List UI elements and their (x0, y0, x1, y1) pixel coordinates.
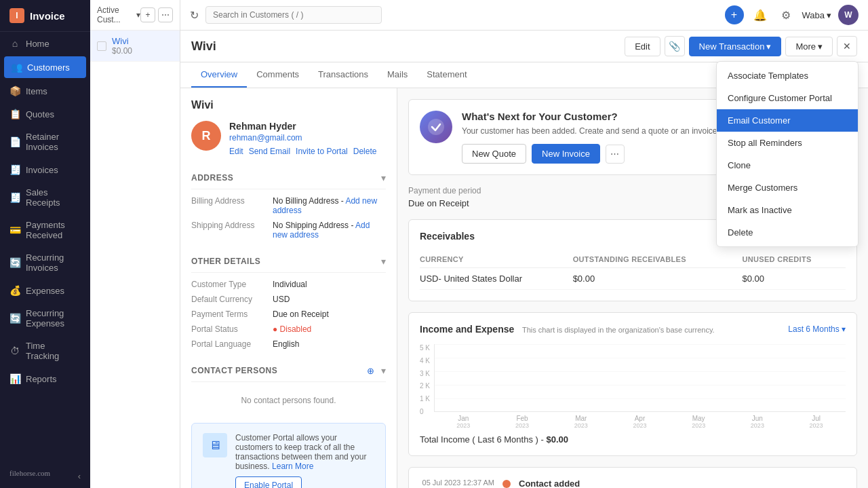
other-details-toggle-icon[interactable]: ▾ (381, 256, 386, 267)
sidebar-item-label: Expenses (26, 286, 64, 296)
timeline-time: 05 Jul 2023 12:37 AM (420, 478, 494, 487)
contact-persons-toggle-icon[interactable]: ▾ (381, 365, 386, 376)
close-button[interactable]: ✕ (837, 36, 857, 56)
new-quote-button[interactable]: New Quote (462, 144, 526, 164)
payment-terms-row: Payment Terms Due on Receipt (191, 309, 386, 319)
page-header-area: Wivi Edit 📎 New Transaction ▾ More ▾ ✕ A… (180, 31, 868, 62)
sidebar-item-retainer-invoices[interactable]: 📄 Retainer Invoices (0, 126, 90, 158)
new-transaction-button[interactable]: New Transaction ▾ (689, 37, 782, 56)
dropdown-item-configure-portal[interactable]: Configure Customer Portal (717, 87, 858, 109)
sidebar-item-recurring-expenses[interactable]: 🔄 Recurring Expenses (0, 302, 90, 335)
send-email-link[interactable]: Send Email (249, 147, 290, 156)
y-label-5k: 5 K (420, 344, 430, 352)
tab-statement[interactable]: Statement (417, 62, 476, 88)
shipping-label: Shipping Address (191, 221, 273, 240)
user-name[interactable]: Waba ▾ (802, 10, 831, 20)
tab-comments[interactable]: Comments (247, 62, 309, 88)
sidebar-item-items[interactable]: 📦 Items (0, 79, 90, 102)
topbar-right: + 🔔 ⚙ Waba ▾ W (725, 5, 859, 25)
dropdown-item-merge-customers[interactable]: Merge Customers (717, 176, 858, 199)
reports-icon: 📊 (9, 373, 20, 384)
sidebar-item-recurring-invoices[interactable]: 🔄 Recurring Invoices (0, 246, 90, 279)
sidebar-item-label: Time Tracking (26, 341, 81, 361)
table-row: USD- United States Dollar $0.00 $0.00 (420, 268, 846, 290)
dropdown-item-mark-inactive[interactable]: Mark as Inactive (717, 199, 858, 221)
sidebar-item-label: Recurring Invoices (26, 252, 81, 273)
home-icon: ⌂ (9, 38, 20, 49)
contact-email: rehman@gmail.com (229, 133, 376, 143)
search-container (205, 6, 382, 24)
chart-period-selector[interactable]: Last 6 Months ▾ (788, 324, 846, 334)
col-currency: CURRENCY (420, 251, 573, 268)
portal-language-value: English (273, 339, 386, 349)
notification-icon[interactable]: 🔔 (751, 5, 770, 24)
retainer-icon: 📄 (9, 136, 20, 147)
add-button[interactable]: + (725, 5, 744, 24)
enable-portal-button[interactable]: Enable Portal (235, 476, 302, 488)
dropdown-item-clone[interactable]: Clone (717, 154, 858, 176)
customer-list-item[interactable]: Wivi $0.00 (90, 31, 180, 62)
customer-type-value: Individual (273, 280, 386, 289)
svg-point-0 (428, 119, 444, 135)
whats-next-more-icon[interactable]: ⋯ (606, 145, 625, 164)
contact-card: R Rehman Hyder rehman@gmail.com Edit Sen… (191, 121, 386, 156)
col-unused-credits: UNUSED CREDITS (743, 251, 846, 268)
billing-label: Billing Address (191, 196, 273, 215)
sidebar-item-sales-receipts[interactable]: 🧾 Sales Receipts (0, 181, 90, 214)
sidebar-item-reports[interactable]: 📊 Reports (0, 367, 90, 390)
sidebar-item-quotes[interactable]: 📋 Quotes (0, 102, 90, 126)
edit-contact-link[interactable]: Edit (229, 147, 243, 156)
edit-button[interactable]: Edit (625, 37, 660, 56)
add-customer-button[interactable]: + (140, 7, 155, 22)
tab-overview[interactable]: Overview (191, 62, 247, 88)
portal-status-row: Portal Status ● Disabled (191, 324, 386, 334)
payments-icon: 💳 (9, 225, 20, 236)
income-chart-section: Income and Expense This chart is display… (408, 312, 857, 456)
sidebar-item-time-tracking[interactable]: ⏱ Time Tracking (0, 335, 90, 367)
new-invoice-button[interactable]: New Invoice (532, 144, 600, 164)
attachment-button[interactable]: 📎 (665, 36, 685, 56)
customer-list-more-button[interactable]: ⋯ (158, 7, 173, 22)
customer-checkbox[interactable] (97, 41, 106, 51)
refresh-icon[interactable]: ↻ (190, 9, 199, 22)
search-input[interactable] (205, 6, 382, 24)
add-contact-person-icon[interactable]: ⊕ (367, 366, 374, 376)
filter-label: Active Cust... (97, 5, 134, 24)
sidebar-collapse-btn[interactable]: ‹ (0, 464, 90, 488)
settings-icon[interactable]: ⚙ (776, 5, 795, 24)
more-button[interactable]: More ▾ (785, 37, 833, 56)
payment-terms-value: Due on Receipt (273, 309, 386, 319)
y-axis-labels: 5 K 4 K 3 K 2 K 1 K 0 (420, 344, 430, 429)
sidebar-item-customers[interactable]: 👥 Customers (4, 56, 86, 78)
invite-portal-link[interactable]: Invite to Portal (296, 147, 348, 156)
timeline-time-area: 05 Jul 2023 12:37 AM (420, 478, 494, 488)
delete-contact-link[interactable]: Delete (353, 147, 377, 156)
dropdown-item-email-customer[interactable]: Email Customer (717, 109, 858, 132)
sidebar-item-payments-received[interactable]: 💳 Payments Received (0, 214, 90, 246)
timeline-item: 05 Jul 2023 12:37 AM Contact added Conta… (420, 478, 846, 488)
shipping-address-row: Shipping Address No Shipping Address - A… (191, 221, 386, 240)
timeline-indicator (502, 478, 511, 488)
customer-name: Wivi (112, 36, 132, 46)
sidebar-item-home[interactable]: ⌂ Home (0, 32, 90, 55)
sidebar-item-invoices[interactable]: 🧾 Invoices (0, 158, 90, 181)
contact-avatar: R (191, 121, 221, 151)
col-outstanding: OUTSTANDING RECEIVABLES (573, 251, 743, 268)
sidebar-item-expenses[interactable]: 💰 Expenses (0, 279, 90, 302)
dropdown-item-associate-templates[interactable]: Associate Templates (717, 64, 858, 87)
customer-type-label: Customer Type (191, 280, 273, 289)
tab-mails[interactable]: Mails (378, 62, 417, 88)
user-avatar[interactable]: W (838, 5, 859, 25)
contact-details: Rehman Hyder rehman@gmail.com Edit Send … (229, 121, 376, 156)
x-label-jun: Jun2023 (751, 415, 764, 429)
customer-list-filter: Active Cust... ▾ (97, 5, 140, 24)
portal-text: Customer Portal allows your customers to… (235, 433, 374, 471)
y-label-1k: 1 K (420, 395, 430, 402)
dropdown-item-stop-reminders[interactable]: Stop all Reminders (717, 132, 858, 154)
dropdown-item-delete[interactable]: Delete (717, 221, 858, 244)
learn-more-link[interactable]: Learn More (272, 462, 313, 471)
sidebar-item-label: Customers (27, 62, 70, 73)
address-toggle-icon[interactable]: ▾ (381, 172, 386, 183)
tab-transactions[interactable]: Transactions (309, 62, 378, 88)
portal-status-label: Portal Status (191, 324, 273, 334)
